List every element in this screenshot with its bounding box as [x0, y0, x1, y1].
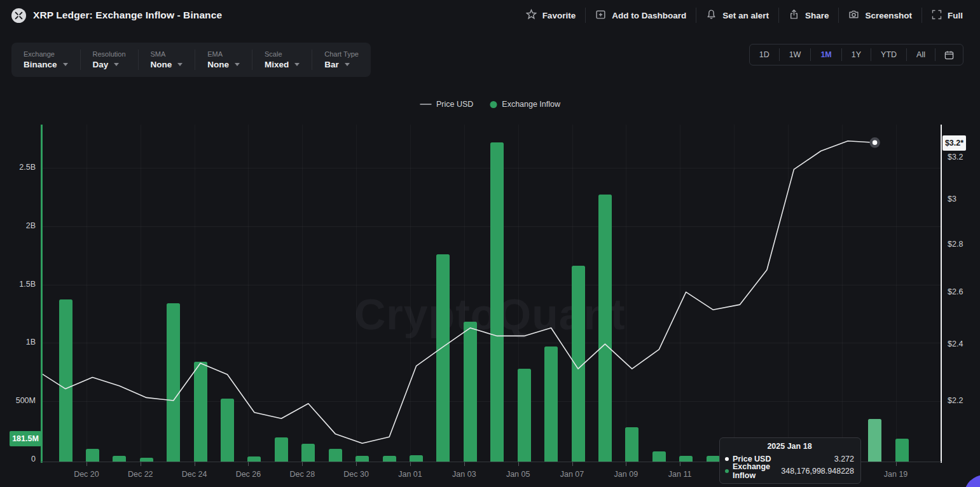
ema-dropdown-value: None — [207, 60, 229, 69]
x-axis-tick-label: Jan 07 — [553, 470, 591, 479]
chat-widget-button[interactable] — [964, 475, 980, 487]
legend-inflow-label: Exchange Inflow — [502, 100, 560, 109]
x-axis-tick-mark — [141, 462, 141, 466]
chart-type-dropdown-value: Bar — [324, 60, 339, 69]
x-axis-tick-label: Dec 26 — [229, 470, 267, 479]
x-axis-tick-label: Jan 09 — [607, 470, 645, 479]
tooltip-inflow-label: Exchange Inflow — [733, 462, 777, 480]
x-axis-tick-mark — [572, 462, 573, 466]
chevron-down-icon — [177, 63, 183, 66]
star-icon — [526, 9, 537, 22]
time-range-selector: 1D1W1M1YYTDAll — [749, 44, 963, 65]
favorite-button[interactable]: Favorite — [516, 9, 586, 22]
tooltip-date: 2025 Jan 18 — [725, 442, 854, 451]
left-axis-tick-label: 1B — [4, 338, 36, 346]
right-axis-line — [941, 125, 942, 463]
tooltip-row-inflow: Exchange Inflow 348,176,998.948228 — [725, 465, 854, 477]
left-axis-tick-label: 1.5B — [4, 280, 36, 289]
scale-dropdown-label: Scale — [265, 50, 300, 58]
chevron-down-icon — [235, 63, 240, 66]
scale-dropdown-value: Mixed — [265, 60, 289, 69]
line-swatch-icon — [420, 104, 431, 105]
chevron-down-icon — [294, 63, 300, 66]
x-axis-tick-mark — [356, 462, 357, 466]
page-title: XRP Ledger: Exchange Inflow - Binance — [33, 10, 222, 21]
chart-legend: Price USD Exchange Inflow — [420, 100, 560, 109]
left-axis-line — [41, 125, 43, 463]
chevron-down-icon — [63, 63, 68, 66]
x-axis-tick-mark — [464, 462, 465, 466]
range-button-all[interactable]: All — [907, 45, 935, 65]
scale-dropdown[interactable]: Scale Mixed — [252, 43, 312, 77]
green-dot-icon — [725, 469, 729, 473]
add-to-dashboard-label: Add to Dashboard — [612, 11, 686, 20]
range-button-1w[interactable]: 1W — [780, 45, 811, 65]
range-button-1y[interactable]: 1Y — [842, 45, 871, 65]
fullscreen-label: Full — [948, 11, 963, 20]
left-axis-tick-label: 2B — [4, 221, 36, 230]
left-axis-tick-label: 500M — [4, 396, 36, 405]
xrp-logo-icon — [11, 8, 26, 23]
chart-type-dropdown-label: Chart Type — [324, 50, 359, 58]
x-axis-tick-mark — [86, 462, 87, 466]
x-axis-tick-mark — [626, 462, 626, 466]
right-axis-tick-label: $2.2 — [948, 396, 963, 405]
x-axis-tick-mark — [248, 462, 249, 466]
x-axis-tick-mark — [896, 462, 897, 466]
add-to-dashboard-button[interactable]: Add to Dashboard — [586, 9, 696, 22]
x-axis-tick-label: Dec 28 — [283, 470, 321, 479]
right-axis-tick-label: $2.8 — [948, 240, 963, 249]
inflow-latest-badge: 181.5M — [10, 431, 41, 446]
range-button-ytd[interactable]: YTD — [871, 45, 906, 65]
set-alert-label: Set an alert — [722, 11, 769, 20]
range-button-1d[interactable]: 1D — [750, 45, 779, 65]
resolution-dropdown-label: Resolution — [93, 50, 126, 58]
exchange-dropdown[interactable]: Exchange Binance — [11, 43, 80, 77]
screenshot-button[interactable]: Screenshot — [839, 9, 921, 22]
fullscreen-icon — [932, 10, 942, 22]
x-axis-tick-mark — [195, 462, 195, 466]
chart-type-dropdown[interactable]: Chart Type Bar — [312, 43, 371, 77]
dot-swatch-icon — [490, 101, 497, 108]
x-axis-tick-label: Dec 24 — [176, 470, 214, 479]
range-button-1m[interactable]: 1M — [811, 45, 841, 65]
hover-marker — [871, 139, 879, 146]
ema-dropdown-label: EMA — [207, 50, 240, 58]
chart-tooltip: 2025 Jan 18 Price USD 3.272 Exchange Inf… — [719, 437, 861, 484]
right-axis-tick-label: $3 — [948, 195, 956, 203]
header: XRP Ledger: Exchange Inflow - Binance Fa… — [0, 0, 980, 31]
screenshot-label: Screenshot — [865, 11, 912, 20]
legend-item-inflow[interactable]: Exchange Inflow — [490, 100, 560, 109]
resolution-dropdown-value: Day — [93, 60, 109, 69]
tooltip-price-value: 3.272 — [834, 455, 854, 463]
legend-item-price[interactable]: Price USD — [420, 100, 473, 109]
left-axis-tick-label: 0 — [4, 455, 36, 463]
fullscreen-button[interactable]: Full — [922, 10, 972, 22]
x-axis-tick-label: Jan 19 — [877, 470, 915, 479]
app-root: { "header": { "title": "XRP Ledger: Exch… — [0, 0, 980, 487]
share-icon — [789, 9, 799, 22]
x-axis-tick-label: Jan 03 — [445, 470, 483, 479]
right-axis-tick-label: $2.6 — [948, 287, 963, 296]
x-axis-tick-label: Dec 30 — [337, 470, 375, 479]
favorite-label: Favorite — [542, 11, 576, 20]
price-latest-badge: $3.2* — [942, 135, 966, 151]
tooltip-inflow-value: 348,176,998.948228 — [781, 467, 854, 476]
exchange-dropdown-label: Exchange — [24, 50, 68, 58]
calendar-icon[interactable] — [935, 50, 963, 60]
x-axis-tick-mark — [518, 462, 519, 466]
x-axis-tick-label: Jan 01 — [391, 470, 429, 479]
chevron-down-icon — [345, 63, 350, 66]
chevron-down-icon — [114, 63, 119, 66]
ema-dropdown[interactable]: EMA None — [195, 43, 252, 77]
sma-dropdown[interactable]: SMA None — [139, 43, 195, 77]
chart-plot-area[interactable] — [41, 125, 941, 463]
share-button[interactable]: Share — [779, 9, 839, 22]
x-axis-tick-mark — [410, 462, 411, 466]
x-axis-tick-label: Jan 11 — [661, 470, 699, 479]
white-dot-icon — [725, 457, 729, 461]
x-axis-tick-mark — [680, 462, 680, 466]
sma-dropdown-label: SMA — [151, 50, 183, 58]
resolution-dropdown[interactable]: Resolution Day — [81, 43, 138, 77]
set-alert-button[interactable]: Set an alert — [696, 9, 778, 22]
